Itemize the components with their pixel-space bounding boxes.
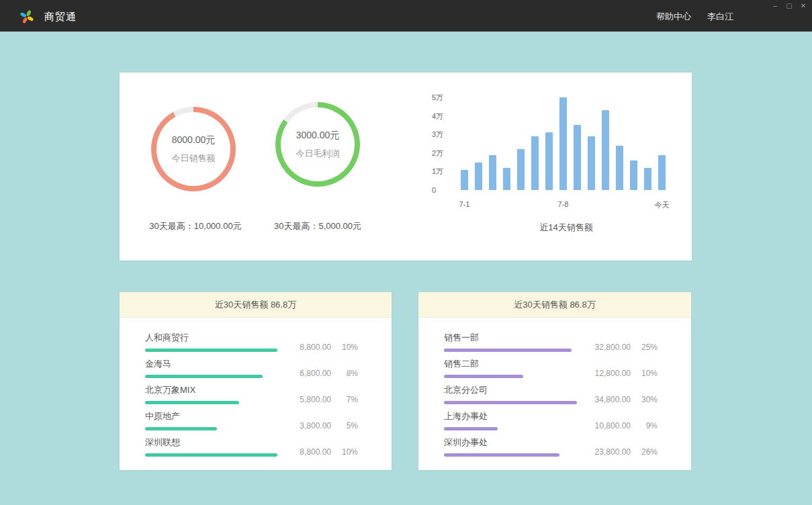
progress-bar: [145, 349, 277, 352]
window-controls: – ▢ ✕: [771, 2, 807, 10]
row-name: 销售二部: [444, 358, 589, 370]
percent-value: 10%: [339, 447, 358, 457]
panel-header: 近30天销售额 86.8万: [418, 292, 691, 318]
amount-value: 34,800.00: [589, 395, 631, 404]
list-item: 人和商贸行 8,800.00 10%: [120, 326, 392, 352]
maximize-button[interactable]: ▢: [785, 2, 793, 10]
list-item: 深圳办事处 23,800.00 26%: [418, 430, 691, 457]
list-item: 金海马 6,800.00 8%: [120, 352, 392, 378]
sales-ring-chart: 8000.00元 今日销售额: [151, 107, 236, 191]
bar: [489, 155, 496, 190]
row-left: 深圳办事处: [444, 437, 589, 457]
progress-bar: [444, 427, 498, 430]
x-axis: 7-17-8今天: [461, 200, 666, 210]
y-axis: 5万4万3万2万1万0: [432, 97, 456, 190]
row-values: 23,800.00 26%: [589, 447, 658, 457]
today-sales-label: 今日销售额: [172, 152, 216, 165]
bar: [630, 160, 637, 190]
list-item: 北京分公司 34,800.00 30%: [418, 378, 691, 404]
app-title: 商贸通: [44, 11, 77, 24]
panel-title: 近30天销售额 86.8万: [514, 300, 595, 310]
x-tick-label: 7-8: [558, 200, 569, 208]
profit-ring-center: 3000.00元 今日毛利润: [281, 107, 355, 181]
row-values: 5,800.00 7%: [289, 395, 358, 404]
profit-30day-max: 30天最高：5,000.00元: [264, 220, 371, 232]
row-name: 上海办事处: [444, 410, 589, 422]
bar: [602, 110, 609, 190]
progress-bar: [444, 453, 559, 457]
bar: [588, 136, 595, 190]
help-center-link[interactable]: 帮助中心: [656, 11, 691, 23]
progress-bar: [145, 401, 239, 404]
profit-ring-chart: 3000.00元 今日毛利润: [275, 102, 360, 187]
sales-bar-chart: 5万4万3万2万1万0 7-17-8今天: [432, 93, 674, 214]
percent-value: 25%: [639, 342, 658, 352]
amount-value: 5,800.00: [289, 395, 331, 404]
amount-value: 8,800.00: [289, 447, 331, 457]
sales-30day-max: 30天最高：10,000.00元: [120, 220, 271, 232]
bar: [574, 125, 581, 190]
today-profit-value: 3000.00元: [296, 130, 340, 142]
bar: [517, 149, 525, 190]
app-logo-icon: [19, 9, 35, 25]
amount-value: 32,800.00: [589, 342, 631, 352]
progress-bar: [444, 401, 577, 404]
progress-bar: [145, 375, 263, 378]
x-tick-label: 7-1: [459, 200, 470, 208]
bar: [531, 136, 539, 190]
progress-bar: [444, 349, 572, 352]
close-button[interactable]: ✕: [799, 2, 807, 10]
progress-bar: [145, 453, 277, 457]
percent-value: 7%: [339, 395, 358, 404]
percent-value: 10%: [639, 369, 658, 378]
panel-rows: 销售一部 32,800.00 25% 销售二部 12,800.00 10% 北京…: [418, 318, 691, 457]
progress-bar: [444, 375, 523, 378]
bar: [545, 132, 553, 190]
panel-header: 近30天销售额 86.8万: [120, 292, 392, 318]
percent-value: 5%: [339, 421, 358, 430]
today-profit-label: 今日毛利润: [296, 148, 340, 160]
list-item: 中原地产 3,800.00 5%: [120, 404, 392, 430]
bar: [475, 163, 482, 190]
bar: [559, 97, 567, 190]
sales-ring-center: 8000.00元 今日销售额: [156, 112, 230, 186]
list-item: 销售二部 12,800.00 10%: [418, 352, 691, 378]
percent-value: 26%: [639, 447, 658, 457]
row-left: 金海马: [145, 358, 289, 378]
today-sales-donut: 8000.00元 今日销售额: [151, 107, 236, 191]
y-tick-label: 3万: [432, 130, 443, 138]
y-tick-label: 1万: [432, 167, 443, 175]
bar: [658, 155, 666, 190]
minimize-button[interactable]: –: [771, 2, 779, 10]
row-values: 6,800.00 8%: [289, 369, 358, 378]
row-left: 北京万象MIX: [145, 384, 289, 404]
row-values: 3,800.00 5%: [289, 421, 358, 430]
row-name: 销售一部: [444, 332, 589, 344]
overview-card: 8000.00元 今日销售额 30天最高：10,000.00元 3000.00元…: [120, 73, 692, 261]
y-tick-label: 5万: [432, 93, 443, 101]
y-tick-label: 0: [432, 186, 436, 194]
departments-sales-panel: 近30天销售额 86.8万 销售一部 32,800.00 25% 销售二部 12…: [418, 292, 691, 470]
row-name: 金海马: [145, 358, 289, 370]
row-name: 中原地产: [145, 410, 289, 422]
bar: [503, 168, 510, 190]
bar-plot: [461, 97, 666, 190]
bar: [644, 168, 651, 190]
row-values: 10,800.00 9%: [589, 421, 658, 430]
percent-value: 30%: [639, 395, 658, 404]
row-left: 人和商贸行: [145, 332, 289, 352]
chart-caption: 近14天销售额: [455, 222, 677, 234]
amount-value: 8,800.00: [289, 342, 331, 352]
row-name: 北京万象MIX: [145, 384, 289, 396]
list-item: 上海办事处 10,800.00 9%: [418, 404, 691, 430]
row-left: 销售一部: [444, 332, 589, 352]
row-name: 深圳办事处: [444, 437, 589, 449]
y-tick-label: 4万: [432, 112, 443, 120]
list-item: 深圳联想 8,800.00 10%: [120, 430, 392, 457]
row-left: 中原地产: [145, 410, 289, 430]
percent-value: 8%: [339, 369, 358, 378]
row-left: 上海办事处: [444, 410, 589, 430]
customers-sales-panel: 近30天销售额 86.8万 人和商贸行 8,800.00 10% 金海马 6,8…: [120, 292, 392, 470]
amount-value: 10,800.00: [589, 421, 631, 430]
username-link[interactable]: 李白江: [707, 11, 733, 23]
